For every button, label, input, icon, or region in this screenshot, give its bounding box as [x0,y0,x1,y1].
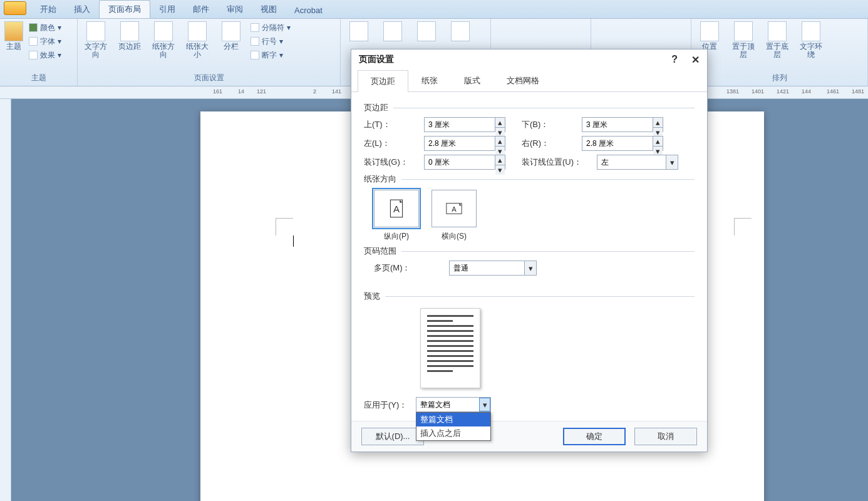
help-button[interactable]: ? [671,54,678,66]
svg-text:A: A [393,204,400,214]
section-orientation: 纸张方向 [364,173,695,185]
section-pages: 页码范围 [364,245,695,257]
tab-acrobat[interactable]: Acrobat [286,3,331,18]
tab-home[interactable]: 开始 [31,1,65,18]
tab-mailings[interactable]: 邮件 [184,1,218,18]
gutter-pos-input[interactable] [597,155,666,169]
apply-opt-whole-doc[interactable]: 整篇文档 [416,413,490,426]
vertical-ruler[interactable] [0,99,11,501]
multipage-label: 多页(M)： [374,262,443,274]
margin-mark-top-left [276,218,293,235]
position-button[interactable]: 位置 [695,21,724,51]
page-blank-button[interactable] [446,21,475,41]
default-button[interactable]: 默认(D)... [361,428,424,445]
page-borders-button[interactable] [412,21,441,41]
apply-to-label: 应用于(Y)： [364,397,407,411]
apply-opt-after-cursor[interactable]: 插入点之后 [416,426,490,440]
tab-page-layout[interactable]: 页面布局 [99,0,150,18]
page-setup-dialog: 页面设置 ? ✕ 页边距 纸张 版式 文档网格 页边距 上(T)： ▴▾ [351,49,708,452]
orientation-landscape[interactable]: A 横向(S) [431,190,477,242]
spin-up-icon[interactable]: ▴ [653,137,663,147]
group-label-page-setup: 页面设置 [81,73,336,85]
send-back-button[interactable]: 置于底层 [763,21,792,59]
apply-to-input[interactable] [416,398,478,411]
size-button[interactable]: 纸张大小 [183,21,212,59]
gutter-spin[interactable]: ▴▾ [424,155,505,170]
tab-insert[interactable]: 插入 [65,1,99,18]
ok-button[interactable]: 确定 [563,428,626,445]
spin-up-icon[interactable]: ▴ [495,155,505,165]
theme-colors[interactable]: 颜色▾ [29,21,61,34]
theme-fonts[interactable]: 字体▾ [29,35,61,48]
multipage-input[interactable] [450,261,524,275]
office-button[interactable] [4,1,26,15]
gutter-pos-combo[interactable]: ▾ [597,155,678,170]
right-margin-label: 右(R)： [522,138,576,149]
preview-thumbnail [420,308,480,388]
section-preview: 预览 [364,291,695,302]
dialog-title: 页面设置 [359,54,394,65]
margin-mark-top-right [734,218,752,235]
page-color-button[interactable] [378,21,407,41]
columns-button[interactable]: 分栏 [217,21,245,51]
bottom-margin-label: 下(B)： [522,119,576,130]
top-margin-input[interactable] [425,118,495,132]
tab-view[interactable]: 视图 [252,1,286,18]
dlg-tab-margins[interactable]: 页边距 [358,70,408,92]
dlg-tab-grid[interactable]: 文档网格 [493,70,552,91]
text-wrap-button[interactable]: 文字环绕 [797,21,825,59]
left-margin-spin[interactable]: ▴▾ [424,136,505,151]
line-numbers-button[interactable]: 行号▾ [251,35,291,48]
orientation-button[interactable]: 纸张方向 [149,21,178,59]
margins-button[interactable]: 页边距 [115,21,144,51]
top-margin-label: 上(T)： [364,119,418,130]
bottom-margin-input[interactable] [582,118,653,132]
breaks-button[interactable]: 分隔符▾ [251,21,291,34]
right-margin-spin[interactable]: ▴▾ [582,136,663,151]
bring-front-button[interactable]: 置于顶层 [729,21,758,59]
left-margin-input[interactable] [425,137,495,150]
orientation-portrait[interactable]: A 纵向(P) [374,190,419,242]
left-margin-label: 左(L)： [364,138,418,149]
multipage-combo[interactable]: ▾ [449,261,537,276]
gutter-pos-label: 装订线位置(U)： [522,157,591,168]
apply-to-combo[interactable]: ▾ [416,397,491,412]
spin-up-icon[interactable]: ▴ [495,137,505,147]
dlg-tab-paper[interactable]: 纸张 [408,70,451,91]
tab-references[interactable]: 引用 [150,1,184,18]
dlg-tab-layout[interactable]: 版式 [451,70,493,91]
gutter-input[interactable] [425,155,495,169]
svg-text:A: A [452,205,457,213]
spin-down-icon[interactable]: ▾ [495,165,505,175]
chevron-down-icon[interactable]: ▾ [524,261,536,275]
watermark-button[interactable] [344,21,373,41]
top-margin-spin[interactable]: ▴▾ [424,117,505,132]
gutter-label: 装订线(G)： [364,157,418,168]
spin-up-icon[interactable]: ▴ [495,118,505,128]
chevron-down-icon[interactable]: ▾ [479,398,491,411]
group-label-themes: 主题 [4,73,73,85]
text-cursor [293,235,294,247]
bottom-margin-spin[interactable]: ▴▾ [582,117,663,132]
group-label-arrange: 排列 [695,73,864,85]
themes-button[interactable]: 主题 [4,21,24,51]
ribbon-tabstrip: 开始 插入 页面布局 引用 邮件 审阅 视图 Acrobat [0,0,868,19]
theme-effects[interactable]: 效果▾ [29,49,61,61]
hyphenation-button[interactable]: 断字▾ [251,49,291,61]
tab-review[interactable]: 审阅 [218,1,252,18]
right-margin-input[interactable] [582,137,653,150]
apply-to-dropdown: 整篇文档 插入点之后 [416,412,491,441]
spin-up-icon[interactable]: ▴ [653,118,663,128]
section-margins: 页边距 [364,102,695,113]
cancel-button[interactable]: 取消 [634,428,697,445]
chevron-down-icon[interactable]: ▾ [666,155,678,169]
close-button[interactable]: ✕ [691,54,700,66]
text-direction-button[interactable]: 文字方向 [81,21,110,59]
